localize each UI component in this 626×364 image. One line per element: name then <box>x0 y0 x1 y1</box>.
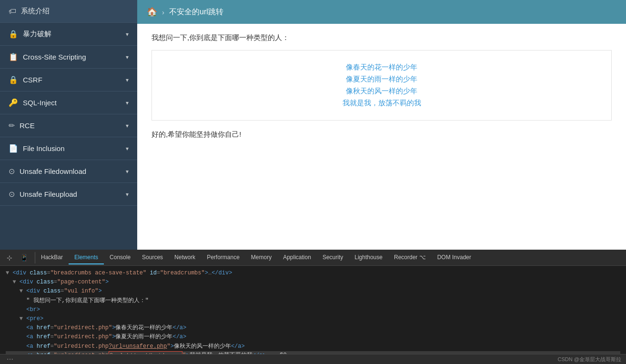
sidebar-item-label: 系统介绍 <box>21 7 50 16</box>
devtools-toolbar: ⊹ 📱 HackBar Elements Console Sources Net… <box>0 250 626 266</box>
sidebar-item-label: Unsafe Filedownload <box>20 167 86 175</box>
link-autumn[interactable]: 像秋天的风一样的少年 <box>171 87 592 96</box>
top-bar: 🏠 › 不安全的url跳转 <box>137 0 626 24</box>
chevron-down-icon: ▾ <box>126 145 129 152</box>
home-icon[interactable]: 🏠 <box>147 7 157 17</box>
upload-icon: ⊙ <box>9 190 15 199</box>
devtools-bottom-bar: ⋯ CSDN @金渐层大战哥斯拉 <box>0 354 626 364</box>
sidebar-item-label: SQL-Inject <box>23 99 57 107</box>
tab-lighthouse[interactable]: Lighthouse <box>349 251 388 264</box>
link-summer[interactable]: 像夏天的雨一样的少年 <box>171 75 592 84</box>
tab-security[interactable]: Security <box>317 251 349 264</box>
content-area: 🏠 › 不安全的url跳转 我想问一下,你到底是下面哪一种类型的人： 像春天的花… <box>137 0 626 250</box>
devtools-branding: CSDN @金渐层大战哥斯拉 <box>558 356 621 363</box>
tab-dom-invader[interactable]: DOM Invader <box>432 251 477 264</box>
chevron-down-icon: ▾ <box>126 191 129 198</box>
links-box: 像春天的花一样的少年 像夏天的雨一样的少年 像秋天的风一样的少年 我就是我，放荡… <box>151 50 612 121</box>
sidebar-item-file-inclusion[interactable]: 📄 File Inclusion ▾ <box>0 137 137 160</box>
code-line-1: ▼ <div class = "breadcrumbs ace-save-sta… <box>6 269 620 278</box>
code-line-3: ▼ <div class = "vul info" > <box>6 287 620 296</box>
chevron-down-icon: ▾ <box>126 100 129 106</box>
chevron-down-icon: ▾ <box>126 31 129 38</box>
sidebar-item-brute-force[interactable]: 🔒 暴力破解 ▾ <box>0 23 137 46</box>
devtools-tabs: HackBar Elements Console Sources Network… <box>35 251 477 264</box>
download-icon: ⊙ <box>9 167 15 176</box>
page-footer: 好的,希望你能坚持做你自己! <box>151 130 612 139</box>
tab-performance[interactable]: Performance <box>201 251 245 264</box>
code-line-8: <a href = "urlredirect.php" > 像夏天的雨一样的少年… <box>6 333 620 342</box>
tab-sources[interactable]: Sources <box>136 251 169 264</box>
code-line-5: <br> <box>6 305 620 314</box>
chevron-down-icon: ▾ <box>126 54 129 61</box>
tab-network[interactable]: Network <box>169 251 201 264</box>
sql-icon: 🔑 <box>9 98 18 107</box>
sidebar-item-label: Unsafe Fileupload <box>20 190 77 198</box>
tab-hackbar[interactable]: HackBar <box>35 251 69 264</box>
devtools-panel: ⊹ 📱 HackBar Elements Console Sources Net… <box>0 250 626 364</box>
chevron-down-icon: ▾ <box>126 168 129 175</box>
csrf-icon: 🔒 <box>9 75 18 84</box>
code-line-9: <a href = "urlredirect.php?url=unsafere.… <box>6 342 620 351</box>
tab-memory[interactable]: Memory <box>245 251 277 264</box>
rce-icon: ✏ <box>9 121 15 130</box>
chevron-down-icon: ▾ <box>126 122 129 129</box>
tag-icon: 🏷 <box>9 7 16 16</box>
code-line-6: ▼ <pre> <box>6 314 620 324</box>
sidebar-item-xss[interactable]: 📋 Cross-Site Scripting ▾ <box>0 46 137 69</box>
sidebar-item-sys-intro[interactable]: 🏷 系统介绍 <box>0 0 137 23</box>
link-spring[interactable]: 像春天的花一样的少年 <box>171 63 592 72</box>
more-options-button[interactable]: ⋯ <box>5 355 15 363</box>
page-question: 我想问一下,你到底是下面哪一种类型的人： <box>151 33 612 42</box>
tab-elements[interactable]: Elements <box>69 251 104 264</box>
sidebar-item-csrf[interactable]: 🔒 CSRF ▾ <box>0 69 137 91</box>
page-content: 我想问一下,你到底是下面哪一种类型的人： 像春天的花一样的少年 像夏天的雨一样的… <box>137 24 626 250</box>
sidebar-item-unsafe-filedownload[interactable]: ⊙ Unsafe Filedownload ▾ <box>0 160 137 183</box>
sidebar-item-label: 暴力破解 <box>23 30 51 39</box>
sidebar-item-label: CSRF <box>23 76 42 84</box>
sidebar-item-rce[interactable]: ✏ RCE ▾ <box>0 114 137 137</box>
code-line-4: " 我想问一下,你到底是下面哪一种类型的人：" <box>6 296 620 305</box>
file-icon: 📄 <box>9 144 18 153</box>
code-line-7: <a href = "urlredirect.php" > 像春天的花一样的少年… <box>6 324 620 333</box>
sidebar-item-label: File Inclusion <box>23 144 65 152</box>
breadcrumb-separator: › <box>162 8 164 16</box>
tab-recorder[interactable]: Recorder ⌥ <box>388 251 432 264</box>
sidebar-item-label: RCE <box>20 121 35 130</box>
lock-icon: 🔒 <box>9 30 18 39</box>
breadcrumb-title: 不安全的url跳转 <box>169 7 223 17</box>
link-me[interactable]: 我就是我，放荡不羁的我 <box>171 99 592 108</box>
tab-application[interactable]: Application <box>277 251 317 264</box>
sidebar: 🏷 系统介绍 🔒 暴力破解 ▾ 📋 Cross-Site Scripting ▾ <box>0 0 137 250</box>
sidebar-item-label: Cross-Site Scripting <box>23 53 86 61</box>
code-line-2: ▼ <div class = "page-content" > <box>6 278 620 287</box>
devtools-cursor-icon[interactable]: ⊹ <box>4 252 15 263</box>
tab-console[interactable]: Console <box>104 251 136 264</box>
xss-icon: 📋 <box>9 52 18 61</box>
sidebar-item-sql-inject[interactable]: 🔑 SQL-Inject ▾ <box>0 91 137 114</box>
devtools-toolbar-left: ⊹ 📱 <box>0 252 35 263</box>
chevron-down-icon: ▾ <box>126 77 129 83</box>
devtools-device-icon[interactable]: 📱 <box>17 252 31 263</box>
devtools-code-panel: ▼ <div class = "breadcrumbs ace-save-sta… <box>0 266 626 354</box>
sidebar-item-unsafe-fileupload[interactable]: ⊙ Unsafe Fileupload ▾ <box>0 183 137 206</box>
